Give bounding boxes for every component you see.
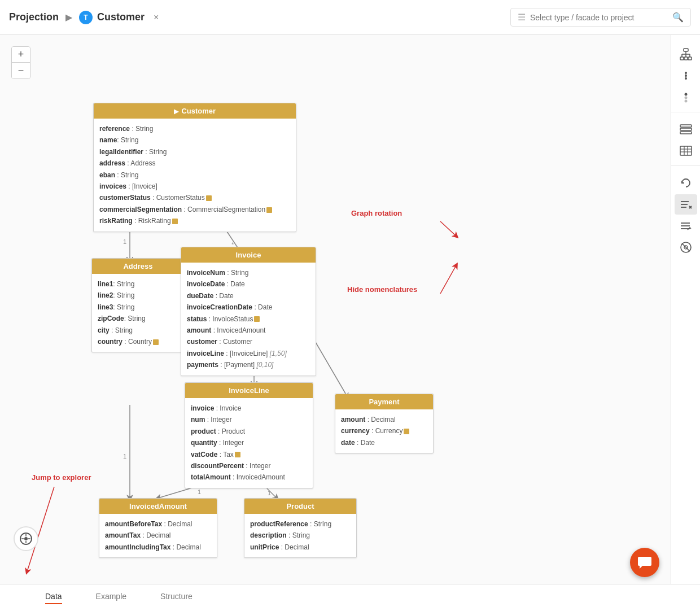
invoice-box[interactable]: Invoice invoiceNum : String invoiceDate … bbox=[181, 247, 316, 376]
graph-rotation-button[interactable] bbox=[675, 173, 697, 193]
table-icon bbox=[680, 146, 692, 156]
search-input[interactable] bbox=[530, 13, 668, 22]
zoom-in-button[interactable]: + bbox=[12, 47, 30, 63]
field-il-invoice: invoice : Invoice bbox=[191, 403, 307, 414]
dots-v-button[interactable] bbox=[675, 66, 697, 86]
svg-rect-24 bbox=[688, 57, 692, 60]
svg-rect-23 bbox=[684, 57, 688, 60]
invoicedamount-box[interactable]: InvoicedAmount amountBeforeTax : Decimal… bbox=[99, 498, 217, 558]
field-pr-productReference: productReference : String bbox=[250, 518, 351, 530]
toolbar-group-view bbox=[671, 117, 700, 166]
svg-point-34 bbox=[684, 93, 687, 96]
bottom-tabs: Data Example Structure bbox=[0, 584, 700, 611]
product-box-body: productReference : String description : … bbox=[244, 514, 356, 557]
customer-box-header: ▶ Customer bbox=[94, 103, 296, 119]
header: Projection ▶ T Customer × ☰ 🔍 bbox=[0, 0, 700, 35]
header-title: Projection bbox=[9, 11, 59, 23]
header-customer: Customer bbox=[97, 11, 145, 23]
list-icon bbox=[680, 124, 692, 134]
invoicedamount-box-body: amountBeforeTax : Decimal amountTax : De… bbox=[99, 514, 217, 557]
eye-slash-button[interactable] bbox=[675, 237, 697, 258]
main-area: + − 1 * bbox=[0, 35, 700, 584]
toolbar-group-tools bbox=[671, 171, 700, 262]
filter-icon: ☰ bbox=[518, 12, 526, 23]
hide-nomenclatures-icon bbox=[680, 198, 692, 211]
field-reference: reference : String bbox=[99, 123, 290, 134]
svg-rect-38 bbox=[680, 128, 692, 130]
svg-text:1: 1 bbox=[268, 490, 271, 496]
diagram-canvas[interactable]: + − 1 * bbox=[0, 35, 671, 584]
field-eban: eban : String bbox=[99, 169, 290, 181]
address-box-header: Address bbox=[92, 259, 184, 274]
field-line3: line3: String bbox=[98, 302, 178, 313]
field-pr-unitPrice: unitPrice : Decimal bbox=[250, 542, 351, 553]
svg-rect-22 bbox=[680, 57, 684, 60]
field-il-num: num : Integer bbox=[191, 414, 307, 425]
field-dueDate: dueDate : Date bbox=[187, 290, 310, 302]
field-invoiceCreationDate: invoiceCreationDate : Date bbox=[187, 302, 310, 313]
svg-line-54 bbox=[682, 243, 690, 251]
customer-box[interactable]: ▶ Customer reference : String name: Stri… bbox=[93, 103, 296, 232]
header-badge: T bbox=[79, 11, 93, 24]
field-line2: line2: String bbox=[98, 290, 178, 301]
chat-fab-button[interactable] bbox=[630, 548, 659, 577]
annotation-hide-nomenclatures: Hide nomenclatures bbox=[347, 285, 417, 294]
header-close-button[interactable]: × bbox=[154, 12, 159, 23]
field-invoiceDate: invoiceDate : Date bbox=[187, 278, 310, 290]
field-invoiceNum: invoiceNum : String bbox=[187, 267, 310, 278]
field-ia-amountBeforeTax: amountBeforeTax : Decimal bbox=[105, 518, 211, 530]
svg-point-36 bbox=[684, 100, 687, 103]
hide-nomenclatures-button[interactable] bbox=[675, 194, 697, 215]
field-legalIdentifier: legalIdentifier : String bbox=[99, 146, 290, 158]
address-box[interactable]: Address line1: String line2: String line… bbox=[91, 258, 185, 352]
field-il-discountPercent: discountPercent : Integer bbox=[191, 460, 307, 472]
field-address: address : Address bbox=[99, 158, 290, 169]
svg-line-13 bbox=[440, 265, 456, 294]
field-ia-amountIncludingTax: amountIncludingTax : Decimal bbox=[105, 542, 211, 553]
field-customer: customer : Customer bbox=[187, 336, 310, 347]
hierarchy-button[interactable] bbox=[675, 44, 697, 64]
zoom-out-button[interactable]: − bbox=[12, 63, 30, 78]
annotation-jump-to-explorer: Jump to explorer bbox=[32, 473, 91, 482]
show-all-button[interactable] bbox=[675, 216, 697, 236]
field-p-currency: currency : Currency bbox=[341, 425, 427, 437]
customer-box-body: reference : String name: String legalIde… bbox=[94, 119, 296, 232]
eye-slash-icon bbox=[680, 241, 692, 254]
table-button[interactable] bbox=[675, 141, 697, 161]
search-icon[interactable]: 🔍 bbox=[672, 12, 684, 23]
header-search-container: ☰ 🔍 bbox=[510, 8, 691, 27]
dots-button[interactable] bbox=[675, 87, 697, 107]
field-il-quantity: quantity : Integer bbox=[191, 437, 307, 448]
svg-rect-40 bbox=[680, 146, 692, 155]
zoom-controls: + − bbox=[11, 46, 30, 79]
hierarchy-icon bbox=[679, 47, 693, 61]
jump-to-explorer-button[interactable] bbox=[14, 526, 38, 551]
invoiceline-box[interactable]: InvoiceLine invoice : Invoice num : Inte… bbox=[185, 382, 313, 488]
svg-text:1: 1 bbox=[198, 488, 201, 495]
field-country: country : Country bbox=[98, 336, 178, 347]
field-invoiceLine: invoiceLine : [InvoiceLine] [1,50] bbox=[187, 348, 310, 359]
explore-icon bbox=[19, 532, 33, 545]
invoice-box-body: invoiceNum : String invoiceDate : Date d… bbox=[181, 263, 316, 376]
graph-rotation-icon bbox=[680, 177, 692, 189]
field-riskRating: riskRating : RiskRating bbox=[99, 215, 290, 226]
list-button[interactable] bbox=[675, 119, 697, 139]
field-customerStatus: customerStatus : CustomerStatus bbox=[99, 192, 290, 203]
product-box[interactable]: Product productReference : String descri… bbox=[244, 498, 357, 558]
field-zipCode: zipCode: String bbox=[98, 313, 178, 324]
svg-line-12 bbox=[440, 221, 456, 236]
field-p-amount: amount : Decimal bbox=[341, 414, 427, 425]
payment-box[interactable]: Payment amount : Decimal currency : Curr… bbox=[335, 394, 434, 453]
field-pr-description: description : String bbox=[250, 530, 351, 541]
dots-icon bbox=[680, 91, 692, 103]
header-arrow: ▶ bbox=[65, 12, 72, 23]
tab-example[interactable]: Example bbox=[96, 592, 126, 604]
field-line1: line1: String bbox=[98, 278, 178, 290]
field-il-vatCode: vatCode : Tax bbox=[191, 449, 307, 460]
tab-data[interactable]: Data bbox=[45, 592, 62, 604]
product-box-header: Product bbox=[244, 499, 356, 514]
field-city: city : String bbox=[98, 325, 178, 336]
address-box-body: line1: String line2: String line3: Strin… bbox=[92, 274, 184, 352]
tab-structure[interactable]: Structure bbox=[160, 592, 193, 604]
svg-text:1: 1 bbox=[123, 453, 126, 460]
